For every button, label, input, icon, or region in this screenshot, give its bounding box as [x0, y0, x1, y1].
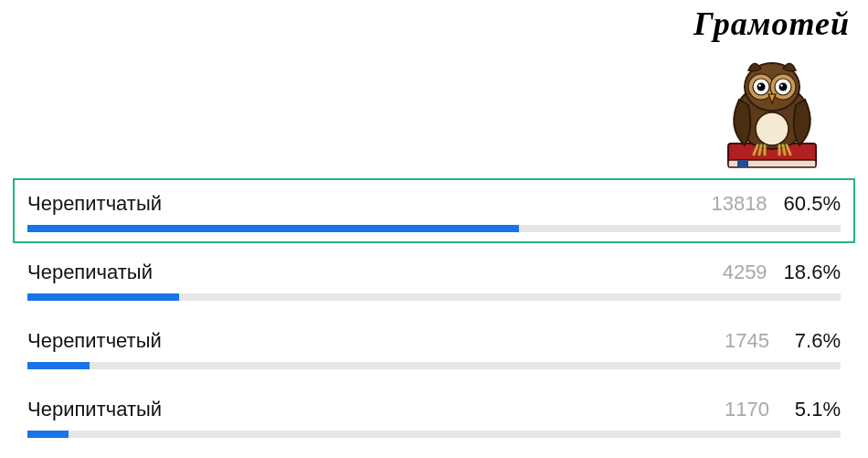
poll-bar-track: [27, 362, 841, 369]
poll-numbers: 1745 7.6%: [725, 329, 841, 353]
poll-count: 13818: [711, 192, 767, 216]
poll-pct: 5.1%: [786, 398, 841, 421]
poll-bar-track: [27, 293, 841, 301]
poll-pct: 7.6%: [786, 329, 841, 353]
svg-point-12: [758, 84, 761, 87]
poll-count: 1170: [725, 398, 769, 421]
poll-bar-fill: [27, 293, 179, 301]
poll-count: 4259: [723, 261, 767, 284]
svg-point-13: [780, 84, 783, 87]
poll-label: Черепичатый: [27, 261, 153, 284]
poll-label: Черепитчетый: [27, 329, 162, 353]
poll-numbers: 1170 5.1%: [725, 398, 841, 421]
poll-row[interactable]: Черепитчетый 1745 7.6%: [13, 315, 855, 380]
poll-row[interactable]: Черепичатый 4259 18.6%: [13, 247, 855, 312]
poll-bar-track: [27, 431, 841, 438]
poll-bar-fill: [27, 431, 69, 438]
poll-count: 1745: [725, 329, 769, 353]
poll-pct: 18.6%: [784, 261, 841, 284]
svg-rect-2: [737, 160, 748, 167]
poll-pct: 60.5%: [784, 192, 841, 216]
poll-row-top: Черепитчатый 13818 60.5%: [27, 192, 841, 216]
poll-row-top: Черепичатый 4259 18.6%: [27, 261, 841, 284]
brand-block: Грамотей: [693, 5, 850, 173]
svg-point-4: [756, 112, 789, 145]
poll-numbers: 4259 18.6%: [723, 261, 841, 284]
poll-row-top: Черепитчетый 1745 7.6%: [27, 329, 841, 353]
poll-numbers: 13818 60.5%: [711, 192, 841, 216]
poll-row[interactable]: Черепитчатый 13818 60.5%: [13, 178, 855, 243]
owl-on-book-icon: [717, 45, 827, 173]
brand-title: Грамотей: [693, 5, 850, 43]
poll-row-top: Черипитчатый 1170 5.1%: [27, 398, 841, 421]
poll-bar-fill: [27, 362, 90, 369]
svg-point-10: [757, 83, 765, 91]
poll-list: Черепитчатый 13818 60.5% Черепичатый 425…: [13, 178, 855, 453]
poll-label: Черепитчатый: [27, 192, 162, 216]
svg-point-11: [778, 83, 787, 91]
poll-row[interactable]: Черипитчатый 1170 5.1%: [13, 384, 855, 449]
poll-bar-fill: [27, 225, 519, 232]
poll-bar-track: [27, 225, 841, 232]
poll-label: Черипитчатый: [27, 398, 162, 421]
